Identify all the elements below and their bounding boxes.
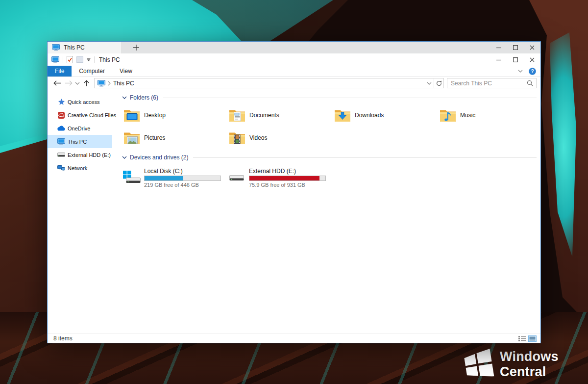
folder-pictures-icon bbox=[123, 131, 141, 145]
search-input[interactable] bbox=[451, 80, 527, 87]
sidebar-item-label: Creative Cloud Files bbox=[68, 112, 116, 118]
group-header-folders[interactable]: Folders (6) bbox=[122, 94, 537, 101]
title-bar: This PC bbox=[48, 53, 540, 66]
drive-size-text: 219 GB free of 446 GB bbox=[144, 182, 221, 188]
ribbon-tab-label: View bbox=[120, 68, 132, 75]
address-bar[interactable]: This PC bbox=[94, 78, 444, 88]
navigation-pane: Quick access Creative Cloud Files OneDri… bbox=[48, 89, 112, 333]
ribbon-tab[interactable]: Computer bbox=[72, 66, 112, 77]
folder-tile[interactable]: Documents bbox=[227, 104, 333, 127]
folder-label: Videos bbox=[249, 134, 267, 141]
watermark: Windows Central bbox=[465, 349, 588, 380]
sidebar-item-label: Quick access bbox=[68, 99, 99, 105]
main-area: Quick access Creative Cloud Files OneDri… bbox=[48, 89, 540, 333]
minimize-icon bbox=[496, 57, 501, 62]
drive-tile[interactable]: Local Disk (C:) 219 GB free of 446 GB bbox=[122, 165, 227, 190]
chevron-down-icon[interactable] bbox=[424, 78, 434, 88]
network-icon bbox=[57, 165, 66, 171]
drive-label: External HDD (E:) bbox=[249, 168, 326, 175]
qat-dropdown-icon[interactable] bbox=[87, 58, 91, 61]
drive-windows-icon bbox=[123, 170, 141, 185]
up-arrow-icon[interactable] bbox=[81, 80, 92, 86]
minimize-button[interactable] bbox=[490, 42, 507, 53]
folder-label: Downloads bbox=[355, 112, 384, 119]
item-count: 8 items bbox=[53, 335, 73, 342]
group-header-drives[interactable]: Devices and drives (2) bbox=[122, 154, 537, 161]
folder-label: Pictures bbox=[144, 134, 165, 141]
sidebar-item-label: External HDD (E:) bbox=[68, 152, 111, 158]
folders-grid: Desktop Documents Downloads bbox=[122, 104, 537, 149]
sidebar-item[interactable]: Network bbox=[48, 161, 112, 175]
sidebar-item[interactable]: Quick access bbox=[48, 95, 112, 108]
separator bbox=[94, 56, 95, 63]
close-button[interactable] bbox=[524, 42, 540, 53]
folder-desktop-icon bbox=[123, 108, 141, 123]
tab-window-controls bbox=[490, 42, 540, 53]
chevron-down-icon[interactable] bbox=[74, 82, 81, 85]
details-view-icon[interactable] bbox=[518, 335, 526, 342]
folder-label: Music bbox=[460, 112, 475, 119]
folder-tile[interactable]: Music bbox=[438, 104, 540, 127]
sidebar-item[interactable]: OneDrive bbox=[48, 122, 112, 135]
properties-check-icon[interactable] bbox=[67, 56, 73, 63]
group-chevron-icon[interactable] bbox=[122, 156, 127, 159]
new-tab-button[interactable] bbox=[130, 42, 143, 53]
minimize-icon bbox=[496, 45, 501, 50]
folder-documents-icon bbox=[228, 108, 246, 123]
close-button[interactable] bbox=[524, 57, 540, 62]
forward-arrow-icon[interactable] bbox=[63, 80, 74, 86]
refresh-icon[interactable] bbox=[434, 78, 443, 88]
search-icon[interactable] bbox=[527, 80, 533, 86]
maximize-button[interactable] bbox=[507, 57, 524, 62]
ribbon-tab[interactable]: View bbox=[112, 66, 140, 77]
folder-tile[interactable]: Videos bbox=[227, 127, 333, 149]
view-switcher bbox=[518, 335, 537, 342]
address-toolbar: This PC bbox=[48, 77, 540, 89]
sidebar-item[interactable]: Creative Cloud Files bbox=[48, 108, 112, 122]
minimize-button[interactable] bbox=[490, 57, 507, 62]
plus-icon bbox=[133, 45, 139, 51]
chevron-down-icon[interactable] bbox=[518, 70, 523, 73]
folder-label: Documents bbox=[249, 112, 279, 119]
group-title: Folders (6) bbox=[130, 94, 158, 101]
sidebar-item-label: OneDrive bbox=[68, 126, 90, 131]
folder-tile[interactable]: Downloads bbox=[333, 104, 438, 127]
windows-flag-icon bbox=[465, 350, 493, 379]
desktop: Windows Central This PC bbox=[0, 0, 588, 384]
group-divider bbox=[163, 98, 537, 98]
file-explorer-window: This PC This PC bbox=[47, 41, 541, 343]
separator bbox=[63, 56, 63, 63]
drive-tile[interactable]: External HDD (E:) 75.9 GB free of 931 GB bbox=[227, 165, 332, 190]
tab-label: This PC bbox=[64, 44, 115, 51]
files-pane: Folders (6) Desktop Documents bbox=[112, 89, 540, 333]
back-arrow-icon[interactable] bbox=[51, 80, 63, 86]
close-icon bbox=[530, 57, 535, 62]
tab-this-pc[interactable]: This PC bbox=[48, 42, 122, 53]
help-icon[interactable]: ? bbox=[529, 68, 536, 75]
close-icon bbox=[530, 45, 535, 50]
this-pc-icon bbox=[51, 56, 59, 63]
sidebar-item-label: This PC bbox=[68, 139, 87, 145]
maximize-button[interactable] bbox=[507, 42, 524, 53]
folder-tile[interactable]: Pictures bbox=[122, 127, 227, 149]
new-folder-icon[interactable] bbox=[76, 56, 83, 63]
sidebar-item[interactable]: This PC bbox=[48, 135, 112, 148]
capacity-bar bbox=[144, 176, 221, 181]
maximize-icon bbox=[513, 45, 518, 50]
window-title: This PC bbox=[99, 56, 120, 63]
status-bar: 8 items bbox=[48, 333, 540, 343]
breadcrumb[interactable]: This PC bbox=[113, 80, 134, 87]
search-box[interactable] bbox=[447, 78, 537, 88]
creative-cloud-icon bbox=[57, 112, 66, 119]
window-controls bbox=[490, 57, 540, 62]
ribbon-tab-bar: File Computer View ? bbox=[48, 66, 540, 77]
ribbon-right-controls: ? bbox=[518, 66, 540, 77]
thumbnail-view-icon[interactable] bbox=[528, 335, 537, 342]
folder-tile[interactable]: Desktop bbox=[122, 104, 227, 127]
group-chevron-icon[interactable] bbox=[122, 96, 127, 99]
ribbon-tab[interactable]: File bbox=[48, 66, 72, 77]
sidebar-item[interactable]: External HDD (E:) bbox=[48, 148, 112, 161]
this-pc-icon bbox=[57, 138, 66, 145]
capacity-bar-fill bbox=[249, 176, 319, 180]
hdd-small-icon bbox=[57, 152, 66, 157]
